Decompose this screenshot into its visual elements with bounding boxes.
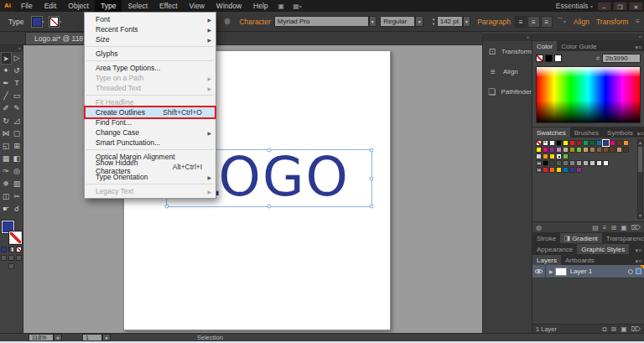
magic-wand-tool[interactable]: ✦ xyxy=(1,65,12,77)
layer-row[interactable]: ▶ Layer 1 xyxy=(532,265,644,278)
tab-layers[interactable]: Layers xyxy=(532,255,561,265)
swatch[interactable] xyxy=(603,147,609,153)
collapse-panels-icon[interactable]: « xyxy=(532,34,644,40)
tab-gradient[interactable]: Gradient xyxy=(560,233,602,243)
tab-graphic-styles[interactable]: Graphic Styles xyxy=(577,244,629,254)
artboard-tool[interactable]: ◫ xyxy=(1,190,12,203)
swatch[interactable] xyxy=(596,140,602,146)
fill-dropdown-icon[interactable]: ▾ xyxy=(42,18,44,24)
swatch[interactable] xyxy=(543,147,548,153)
panel-menu-icon[interactable]: ▾≡ xyxy=(635,247,644,254)
make-clipping-mask-icon[interactable]: ◘ xyxy=(603,325,607,333)
transform-panel-link[interactable]: Transform xyxy=(593,18,631,26)
tab-brushes[interactable]: Brushes xyxy=(570,127,603,138)
menu-object[interactable]: Object xyxy=(62,0,95,12)
direct-selection-tool[interactable]: ▷ xyxy=(12,52,23,65)
width-tool[interactable]: ⋈ xyxy=(1,127,12,140)
swatch-pattern[interactable] xyxy=(556,153,562,159)
collapse-dock-icon[interactable]: « xyxy=(483,34,532,41)
align-right-button[interactable]: ≡ xyxy=(541,16,553,28)
selection-handle[interactable] xyxy=(165,205,169,209)
fill-color-swatch[interactable] xyxy=(32,17,42,27)
swatch[interactable] xyxy=(583,140,589,146)
document-tab[interactable]: Logo.ai* @ 118 xyxy=(25,32,92,44)
selection-handle[interactable] xyxy=(267,205,272,209)
tab-appearance[interactable]: Appearance xyxy=(532,244,577,254)
hex-value-field[interactable]: 2b3990 xyxy=(602,54,641,63)
swatch[interactable] xyxy=(569,147,575,153)
selection-handle[interactable] xyxy=(370,205,374,209)
screen-mode-button[interactable] xyxy=(8,263,14,269)
go-to-bridge-icon[interactable]: ▣ xyxy=(274,3,289,10)
layer-target-icon[interactable] xyxy=(628,269,633,274)
font-size-field[interactable]: 142 pt xyxy=(437,16,463,27)
swatch[interactable] xyxy=(549,147,555,153)
paragraph-panel-link[interactable]: Paragraph xyxy=(474,18,514,26)
pen-tool[interactable]: ✒ xyxy=(1,77,12,90)
color-mode-button[interactable] xyxy=(1,247,7,252)
scroll-up-icon[interactable]: ▲ xyxy=(638,140,642,145)
swatch-none[interactable] xyxy=(536,140,542,146)
swatch[interactable] xyxy=(556,147,562,153)
gradient-tool[interactable]: ◧ xyxy=(12,153,23,165)
menu-view[interactable]: View xyxy=(184,0,210,12)
selection-handle[interactable] xyxy=(370,148,374,153)
rotate-tool[interactable]: ↻ xyxy=(1,115,12,127)
menu-item-show-hidden-characters[interactable]: Show Hidden CharactersAlt+Ctrl+I xyxy=(85,162,216,172)
collapse-control-bar-icon[interactable]: ≡ xyxy=(631,18,644,25)
perspective-grid-tool[interactable]: ⊞ xyxy=(12,140,23,153)
tab-color[interactable]: Color xyxy=(532,41,557,51)
swatch[interactable] xyxy=(549,140,555,146)
selection-handle[interactable] xyxy=(267,148,272,153)
swatch-kinds-icon[interactable]: ▤ xyxy=(592,224,599,231)
symbol-sprayer-tool[interactable]: ✵ xyxy=(1,178,12,190)
rectangle-tool[interactable]: ▭ xyxy=(12,90,23,102)
swatch-libraries-icon[interactable]: ◍ xyxy=(536,224,542,231)
swatch[interactable] xyxy=(549,167,555,173)
swatch[interactable] xyxy=(536,153,542,159)
swatch[interactable] xyxy=(583,147,589,153)
swatches-scrollbar[interactable]: ▲ ▼ xyxy=(637,139,643,219)
menu-file[interactable]: File xyxy=(15,0,39,12)
swatch[interactable] xyxy=(610,140,615,146)
menu-help[interactable]: Help xyxy=(247,0,273,12)
gradient-mode-button[interactable] xyxy=(8,247,14,252)
swatch[interactable] xyxy=(576,160,582,166)
panel-menu-icon[interactable]: ▾≡ xyxy=(635,258,644,265)
align-panel-button[interactable]: ≡Align xyxy=(483,61,532,81)
column-graph-tool[interactable]: ▥ xyxy=(12,178,23,190)
swatch[interactable] xyxy=(589,147,595,153)
font-size-dropdown-icon[interactable]: ▼ xyxy=(463,16,471,27)
draw-inside-button[interactable] xyxy=(16,255,22,261)
swatch[interactable] xyxy=(596,160,602,166)
tab-transparency[interactable]: Transparency xyxy=(602,233,644,243)
delete-swatch-icon[interactable]: ⌦ xyxy=(631,224,641,231)
swatch[interactable] xyxy=(623,140,629,146)
new-layer-icon[interactable]: ▣ xyxy=(621,325,627,333)
menu-item-type-orientation[interactable]: Type Orientation▶ xyxy=(85,172,216,182)
swatch[interactable] xyxy=(556,140,562,146)
font-family-dropdown-icon[interactable]: ▼ xyxy=(369,16,377,27)
tab-stroke[interactable]: Stroke xyxy=(532,233,560,243)
swatch[interactable] xyxy=(623,147,629,153)
swatch[interactable] xyxy=(596,147,602,153)
paintbrush-tool[interactable]: ✐ xyxy=(1,102,12,115)
swatch[interactable] xyxy=(556,167,562,173)
menu-type[interactable]: Type xyxy=(95,0,122,12)
swatch[interactable] xyxy=(563,140,569,146)
shape-builder-tool[interactable]: ◱ xyxy=(1,140,12,153)
selection-tool[interactable]: ➤ xyxy=(1,52,12,65)
zoom-level-field[interactable]: 118% xyxy=(29,334,54,341)
menu-window[interactable]: Window xyxy=(210,0,247,12)
swatch[interactable] xyxy=(589,140,595,146)
menu-item-size[interactable]: Size▶ xyxy=(85,34,216,44)
swatch[interactable] xyxy=(603,160,609,166)
swatch-group-icon[interactable] xyxy=(536,160,542,166)
align-left-button[interactable]: ≡ xyxy=(515,16,527,28)
swatch[interactable] xyxy=(563,167,569,173)
restore-button[interactable]: ❐ xyxy=(613,2,627,11)
layer-thumbnail[interactable] xyxy=(555,268,567,276)
swatch[interactable] xyxy=(576,167,582,173)
layer-selection-indicator[interactable] xyxy=(636,268,641,274)
menu-item-change-case[interactable]: Change Case▶ xyxy=(85,127,216,138)
